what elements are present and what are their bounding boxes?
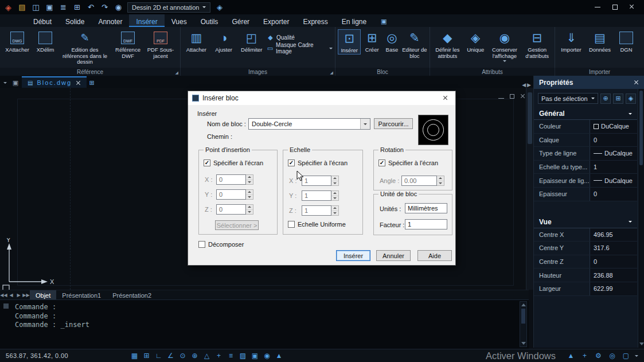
image-adjust-button[interactable]: ◑ Ajuster	[211, 29, 237, 53]
settings-gear-icon[interactable]: ⚙	[594, 351, 603, 360]
ortho-toggle-icon[interactable]: ∟	[154, 351, 163, 360]
collapse-section-icon[interactable]	[629, 221, 632, 223]
plot-icon[interactable]: ⊞	[72, 2, 82, 13]
spinner-buttons[interactable]	[246, 174, 253, 185]
insertion-z-value[interactable]: 0	[216, 204, 246, 215]
tab-debut[interactable]: Début	[26, 14, 58, 27]
insertion-specify-checkbox[interactable]: Spécifier à l'écran	[204, 159, 263, 166]
single-attribute-button[interactable]: ◈ Unique	[464, 29, 487, 53]
property-row-couleur[interactable]: Couleur DuCalque	[534, 120, 637, 134]
toggle-pickadd-icon[interactable]: ⊕	[600, 94, 611, 104]
insertion-z-field[interactable]: 0	[216, 204, 253, 215]
annotation-toggle-icon[interactable]: ▲	[274, 351, 284, 360]
section-vue[interactable]: Vue	[534, 216, 637, 228]
command-panel-grip-icon[interactable]	[3, 303, 9, 309]
open-file-icon[interactable]: ▤	[17, 2, 27, 13]
tab-outils[interactable]: Outils	[194, 14, 225, 27]
workspace-switch-icon[interactable]: ◉	[114, 2, 123, 13]
image-attach-button[interactable]: ▥ Attacher	[183, 29, 210, 53]
layout-tab-model[interactable]: Objet	[30, 290, 56, 299]
last-layout-icon[interactable]: ▶▶	[22, 290, 30, 299]
panel-label-import[interactable]: Importer	[555, 68, 644, 76]
retain-display-button[interactable]: ◉ Conserver l'affichage	[489, 29, 521, 62]
property-row-largeur[interactable]: Largeur 622.99	[534, 282, 637, 296]
import-button[interactable]: ⇓ Importer	[557, 29, 585, 53]
isolate-objects-icon[interactable]: ◎	[607, 351, 617, 360]
tab-solide[interactable]: Solide	[58, 14, 91, 27]
tab-exporter[interactable]: Exporter	[256, 14, 296, 27]
property-row-centre-x[interactable]: Centre X 496.95	[534, 228, 637, 242]
checkbox-unchecked-icon[interactable]	[288, 221, 295, 228]
save-all-icon[interactable]: ▣	[45, 2, 54, 13]
grid-toggle-icon[interactable]: ▦	[130, 351, 139, 360]
tab-gerer[interactable]: Gérer	[225, 14, 256, 27]
property-row-echelle-type[interactable]: Echelle du type... 1	[534, 161, 637, 174]
annotation-visibility-icon[interactable]: ▲	[566, 351, 576, 360]
close-button[interactable]	[623, 1, 641, 14]
close-tab-icon[interactable]	[76, 80, 81, 85]
panel-label-images[interactable]: Images ◢	[181, 68, 335, 76]
spinner-buttons[interactable]	[246, 204, 253, 215]
panel-label-attributes[interactable]: Attributs	[430, 68, 555, 76]
drawing-minimize-button[interactable]	[498, 91, 504, 101]
block-name-combobox[interactable]: Double-Cercle	[248, 118, 370, 130]
insert-button[interactable]: Insérer	[336, 250, 370, 261]
xattach-button[interactable]: DWG XAttacher	[2, 29, 32, 53]
scale-specify-checkbox[interactable]: Spécifier à l'écran	[288, 159, 348, 166]
tab-express[interactable]: Express	[296, 14, 334, 27]
close-properties-icon[interactable]	[634, 80, 639, 85]
insertion-y-field[interactable]: 0	[216, 189, 253, 200]
select-point-button[interactable]: Sélectionner >	[215, 220, 259, 230]
quick-select-icon[interactable]: ◈	[626, 94, 636, 104]
collapse-section-icon[interactable]	[629, 113, 632, 115]
quick-access-menu-icon[interactable]: ◈	[214, 2, 224, 13]
save-icon[interactable]: ◫	[31, 2, 41, 13]
polar-toggle-icon[interactable]: ∠	[166, 351, 175, 360]
osnap-toggle-icon[interactable]: ⊙	[178, 351, 188, 360]
cancel-button[interactable]: Annuler	[376, 250, 411, 261]
scale-z-value[interactable]: 1	[302, 205, 331, 216]
image-clip-button[interactable]: ◰ Délimiter	[237, 29, 266, 53]
tab-annoter[interactable]: Annoter	[91, 14, 129, 27]
dialog-close-button[interactable]	[436, 92, 455, 105]
property-row-epaisseur-ligne[interactable]: Epaisseur de lig... DuCalque	[534, 174, 637, 188]
workspace-selector[interactable]: Dessin 2D et annotation	[127, 2, 210, 13]
drawing-restore-button[interactable]	[510, 91, 514, 101]
checkbox-checked-icon[interactable]	[288, 159, 295, 166]
checkbox-checked-icon[interactable]	[378, 159, 385, 166]
explode-checkbox[interactable]: Décomposer	[198, 241, 244, 248]
scroll-tabs-left-icon[interactable]: ◀	[522, 82, 526, 88]
print-icon[interactable]: ≣	[58, 2, 68, 13]
scale-y-value[interactable]: 1	[302, 190, 331, 201]
factor-value[interactable]: 1	[405, 219, 447, 229]
quickprops-toggle-icon[interactable]: ▣	[250, 351, 260, 360]
spinner-buttons[interactable]	[331, 205, 339, 216]
tab-inserer[interactable]: Insérer	[129, 14, 164, 27]
app-logo-icon[interactable]: ◈	[3, 2, 13, 13]
new-drawing-icon[interactable]: ⊞	[87, 77, 97, 88]
block-editor-button[interactable]: ✎ Editeur de bloc	[402, 29, 427, 59]
redo-icon[interactable]: ↷	[100, 2, 110, 13]
combobox-dropdown-icon[interactable]	[360, 119, 370, 129]
undo-icon[interactable]: ↶	[86, 2, 96, 13]
browse-button[interactable]: Parcourir...	[374, 118, 413, 129]
layout-tab-presentation2[interactable]: Présentation2	[107, 290, 157, 299]
properties-scroll-thumb[interactable]	[639, 91, 643, 165]
otrack-toggle-icon[interactable]: ⊕	[190, 351, 200, 360]
scroll-up-icon[interactable]	[521, 303, 526, 306]
tab-vues[interactable]: Vues	[165, 14, 194, 27]
selection-cycling-toggle-icon[interactable]: ◉	[262, 351, 272, 360]
canvas-scroll-thumb[interactable]	[528, 92, 532, 144]
properties-scrollbar[interactable]	[638, 89, 644, 348]
transparency-toggle-icon[interactable]: ▨	[238, 351, 248, 360]
tab-en-ligne[interactable]: En ligne	[335, 14, 373, 27]
pdf-underlay-button[interactable]: PDF PDF Sous-jacent	[145, 29, 177, 59]
block-create-button[interactable]: ⊞ Créer	[362, 29, 382, 53]
lineweight-toggle-icon[interactable]: ≡	[226, 351, 236, 360]
document-tab-bloc[interactable]: ▤ Bloc.dwg	[22, 76, 87, 88]
property-row-calque[interactable]: Calque 0	[534, 134, 637, 147]
help-button[interactable]: Aide	[417, 250, 452, 261]
panel-label-reference[interactable]: Référence ◢	[0, 68, 181, 76]
scroll-down-icon[interactable]	[521, 342, 526, 345]
checkbox-checked-icon[interactable]	[204, 159, 210, 166]
